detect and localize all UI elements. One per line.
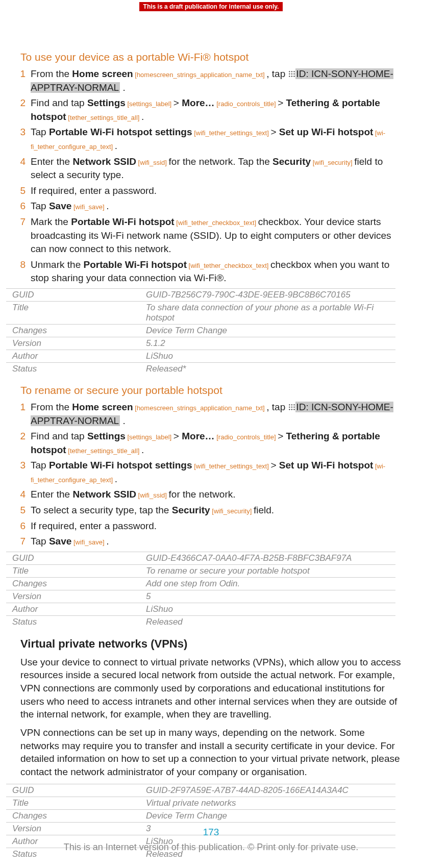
page-body: To use your device as a portable Wi-Fi® … bbox=[0, 0, 422, 860]
step: Tap Save [wifi_save] . bbox=[16, 200, 406, 213]
copyright-line: This is an Internet version of this publ… bbox=[0, 842, 422, 853]
page-number: 173 bbox=[0, 827, 422, 838]
table-row: TitleTo share data connection of your ph… bbox=[6, 301, 395, 324]
draft-banner-text: This is a draft publication for internal… bbox=[139, 2, 283, 11]
table-row: ChangesDevice Term Change bbox=[6, 809, 395, 822]
step: Tap Save [wifi_save] . bbox=[16, 535, 406, 549]
section2-steps: From the Home screen [homescreen_strings… bbox=[16, 401, 406, 549]
table-row: StatusReleased bbox=[6, 615, 395, 628]
step: Enter the Network SSID [wifi_ssid] for t… bbox=[16, 155, 406, 182]
step: To select a security type, tap the Secur… bbox=[16, 504, 406, 517]
step: Enter the Network SSID [wifi_ssid] for t… bbox=[16, 488, 406, 502]
section1-meta-table: GUIDGUID-7B256C79-790C-43DE-9EEB-9BC8B6C… bbox=[6, 288, 395, 375]
table-row: TitleTo rename or secure your portable h… bbox=[6, 564, 395, 577]
table-row: StatusReleased* bbox=[6, 362, 395, 375]
apptray-grid-icon bbox=[288, 70, 295, 78]
step: If required, enter a password. bbox=[16, 184, 406, 198]
vpn-para-1: Use your device to connect to virtual pr… bbox=[20, 656, 406, 721]
step: Tap Portable Wi-Fi hotspot settings [wif… bbox=[16, 459, 406, 486]
step: If required, enter a password. bbox=[16, 519, 406, 533]
table-row: AuthorLiShuo bbox=[6, 603, 395, 615]
table-row: ChangesDevice Term Change bbox=[6, 324, 395, 337]
table-row: GUIDGUID-E4366CA7-0AA0-4F7A-B25B-F8BFC3B… bbox=[6, 552, 395, 564]
step: Tap Portable Wi-Fi hotspot settings [wif… bbox=[16, 126, 406, 153]
table-row: AuthorLiShuo bbox=[6, 350, 395, 362]
step: Mark the Portable Wi-Fi hotspot [wifi_te… bbox=[16, 215, 406, 256]
section1-steps: From the Home screen [homescreen_strings… bbox=[16, 67, 406, 285]
section2-meta-table: GUIDGUID-E4366CA7-0AA0-4F7A-B25B-F8BFC3B… bbox=[6, 552, 395, 628]
page-footer: 173 This is an Internet version of this … bbox=[0, 827, 422, 853]
table-row: GUIDGUID-7B256C79-790C-43DE-9EEB-9BC8B6C… bbox=[6, 288, 395, 301]
step: From the Home screen [homescreen_strings… bbox=[16, 401, 406, 428]
step: Unmark the Portable Wi-Fi hotspot [wifi_… bbox=[16, 258, 406, 285]
vpn-para-2: VPN connections can be set up in many wa… bbox=[20, 726, 406, 779]
step: Find and tap Settings [settings_label] >… bbox=[16, 96, 406, 123]
section3-heading: Virtual private networks (VPNs) bbox=[20, 637, 406, 651]
table-row: Version5.1.2 bbox=[6, 337, 395, 350]
step: From the Home screen [homescreen_strings… bbox=[16, 67, 406, 94]
apptray-grid-icon bbox=[288, 404, 295, 411]
section2-title: To rename or secure your portable hotspo… bbox=[20, 384, 406, 396]
step: Find and tap Settings [settings_label] >… bbox=[16, 430, 406, 457]
draft-banner: This is a draft publication for internal… bbox=[0, 0, 422, 11]
table-row: GUIDGUID-2F97A59E-A7B7-44AD-8205-166EA14… bbox=[6, 784, 395, 797]
section1-title: To use your device as a portable Wi-Fi® … bbox=[20, 51, 406, 63]
table-row: Version5 bbox=[6, 590, 395, 603]
table-row: ChangesAdd one step from Odin. bbox=[6, 577, 395, 590]
table-row: TitleVirtual private networks bbox=[6, 797, 395, 809]
